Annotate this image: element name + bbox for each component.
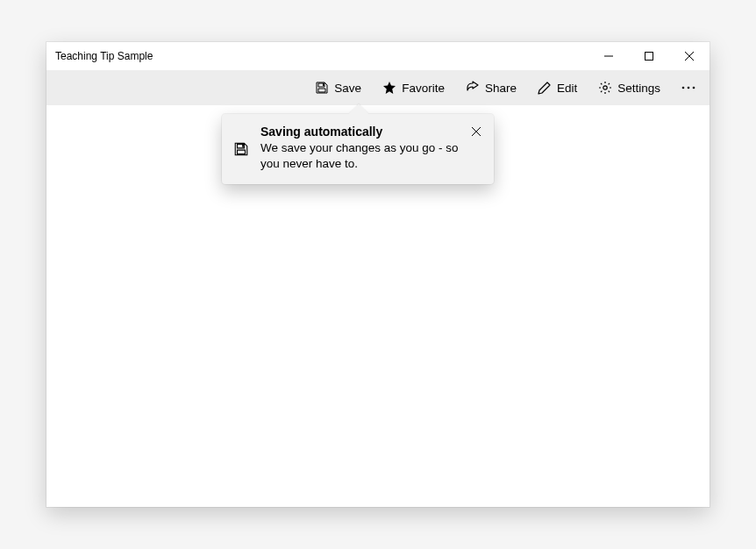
save-icon bbox=[232, 140, 250, 158]
svg-rect-4 bbox=[323, 83, 325, 86]
minimize-icon bbox=[604, 52, 613, 61]
maximize-icon bbox=[645, 52, 653, 61]
teaching-tip-title: Saving automatically bbox=[260, 125, 469, 139]
favorite-button[interactable]: Favorite bbox=[374, 75, 453, 100]
edit-button[interactable]: Edit bbox=[529, 75, 586, 100]
teaching-tip-close-button[interactable] bbox=[464, 119, 489, 144]
minimize-button[interactable] bbox=[588, 42, 629, 70]
teaching-tip: Saving automatically We save your change… bbox=[222, 114, 494, 184]
share-label: Share bbox=[485, 82, 517, 95]
svg-point-6 bbox=[682, 87, 685, 89]
save-button[interactable]: Save bbox=[306, 75, 370, 100]
window-title: Teaching Tip Sample bbox=[55, 50, 153, 62]
close-icon bbox=[685, 52, 694, 61]
svg-point-8 bbox=[693, 87, 695, 89]
svg-point-5 bbox=[603, 86, 607, 89]
favorite-label: Favorite bbox=[402, 82, 445, 95]
edit-label: Edit bbox=[557, 82, 577, 95]
close-button[interactable] bbox=[669, 42, 710, 70]
content-area: Saving automatically We save your change… bbox=[46, 105, 710, 507]
ellipsis-icon bbox=[681, 86, 695, 89]
pencil-icon bbox=[538, 81, 552, 95]
save-icon bbox=[315, 81, 329, 95]
teaching-tip-body: Saving automatically We save your change… bbox=[232, 125, 483, 172]
more-button[interactable] bbox=[673, 74, 704, 102]
close-icon bbox=[472, 127, 481, 136]
share-icon bbox=[466, 81, 480, 95]
app-window: Teaching Tip Sample Save Favorite bbox=[46, 42, 710, 507]
svg-rect-1 bbox=[645, 53, 653, 61]
svg-rect-11 bbox=[242, 144, 244, 146]
teaching-tip-subtitle: We save your changes as you go - so you … bbox=[260, 140, 469, 172]
window-controls bbox=[588, 42, 710, 70]
share-button[interactable]: Share bbox=[457, 75, 525, 100]
settings-label: Settings bbox=[617, 82, 660, 95]
save-label: Save bbox=[334, 82, 361, 95]
gear-icon bbox=[598, 81, 612, 95]
titlebar: Teaching Tip Sample bbox=[46, 42, 710, 70]
maximize-button[interactable] bbox=[629, 42, 669, 70]
settings-button[interactable]: Settings bbox=[589, 75, 669, 100]
svg-point-7 bbox=[688, 87, 690, 89]
teaching-tip-text: Saving automatically We save your change… bbox=[260, 125, 483, 172]
star-icon bbox=[382, 81, 396, 95]
toolbar: Save Favorite Share Edit Settings bbox=[46, 70, 710, 105]
